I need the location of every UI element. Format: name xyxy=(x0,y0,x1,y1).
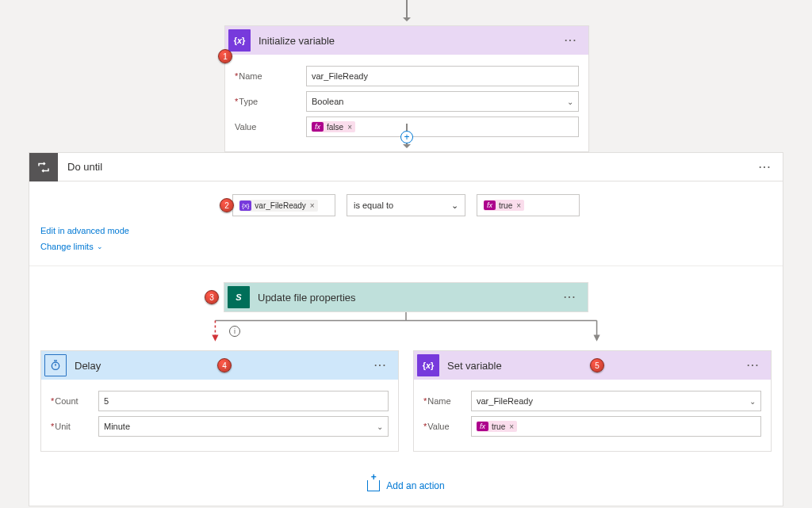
condition-operator[interactable]: is equal to⌄ xyxy=(347,194,465,216)
name-select[interactable]: var_FileReady⌄ xyxy=(471,391,761,411)
svg-marker-3 xyxy=(593,335,599,342)
badge-4: 4 xyxy=(217,358,232,372)
value-label: Value xyxy=(235,122,306,132)
delay-card: Delay 4 ··· *Count 5 *Unit Minute⌄ xyxy=(40,350,399,452)
more-menu[interactable]: ··· xyxy=(742,357,764,374)
change-limits-link[interactable]: Change limits⌄ xyxy=(40,242,103,251)
condition-row: 2 {x} var_FileReady × is equal to⌄ fx tr… xyxy=(29,194,783,216)
more-menu[interactable]: ··· xyxy=(560,32,582,49)
card-title: Delay xyxy=(75,360,213,372)
chevron-down-icon: ⌄ xyxy=(97,243,103,250)
sharepoint-icon: S xyxy=(228,286,250,308)
set-variable-header[interactable]: {x} Set variable 5 ··· xyxy=(414,351,771,380)
badge-5: 5 xyxy=(590,358,604,372)
badge-2: 2 xyxy=(220,198,234,212)
set-variable-card: {x} Set variable 5 ··· *Name var_FileRea… xyxy=(413,350,772,452)
card-title: Initialize variable xyxy=(259,35,560,47)
initialize-variable-header[interactable]: {x} Initialize variable ··· xyxy=(225,26,588,55)
count-input[interactable]: 5 xyxy=(98,391,389,411)
more-menu[interactable]: ··· xyxy=(370,357,392,374)
variable-token[interactable]: {x} var_FileReady × xyxy=(239,200,318,212)
variable-icon: {x} xyxy=(417,354,439,376)
timer-icon xyxy=(44,354,67,376)
count-label: *Count xyxy=(51,396,98,406)
badge-3: 3 xyxy=(205,290,219,304)
unit-select[interactable]: Minute⌄ xyxy=(98,416,389,437)
update-file-card: 3 S Update file properties ··· xyxy=(224,282,588,312)
add-action-button[interactable]: Add an action xyxy=(40,480,772,491)
name-label: *Name xyxy=(423,396,471,406)
condition-left[interactable]: {x} var_FileReady × xyxy=(232,194,335,216)
unit-label: *Unit xyxy=(51,422,98,431)
expression-token[interactable]: fx true × xyxy=(477,421,517,432)
svg-point-6 xyxy=(52,362,59,369)
card-title: Update file properties xyxy=(258,292,559,304)
info-icon[interactable]: i xyxy=(229,326,240,337)
variable-icon: {x} xyxy=(239,201,251,211)
remove-token[interactable]: × xyxy=(509,422,514,431)
svg-marker-5 xyxy=(212,335,218,342)
delay-header[interactable]: Delay 4 ··· xyxy=(41,351,398,380)
do-until-container: Do until ··· 2 {x} var_FileReady × is eq… xyxy=(29,152,783,506)
fx-icon: fx xyxy=(477,422,488,431)
update-file-header[interactable]: S Update file properties ··· xyxy=(224,283,588,311)
card-title: Set variable xyxy=(447,360,585,372)
more-menu[interactable]: ··· xyxy=(559,288,581,306)
remove-token[interactable]: × xyxy=(310,201,315,210)
loop-icon xyxy=(29,153,58,181)
expression-token[interactable]: fx false × xyxy=(312,121,355,132)
expression-token[interactable]: fx true × xyxy=(484,200,524,211)
condition-right[interactable]: fx true × xyxy=(477,194,580,216)
remove-token[interactable]: × xyxy=(516,201,521,210)
value-input[interactable]: fx true × xyxy=(471,416,761,437)
do-until-title: Do until xyxy=(67,161,754,173)
add-step-button[interactable]: + xyxy=(400,131,413,143)
badge-1: 1 xyxy=(218,49,232,63)
type-label: *Type xyxy=(235,97,306,106)
value-input[interactable]: fx false × xyxy=(306,116,579,137)
fx-icon: fx xyxy=(484,201,496,210)
more-menu[interactable]: ··· xyxy=(754,159,776,176)
name-label: *Name xyxy=(235,71,306,81)
fx-icon: fx xyxy=(312,122,324,132)
value-label: *Value xyxy=(423,422,471,431)
type-select[interactable]: Boolean⌄ xyxy=(306,91,579,112)
remove-token[interactable]: × xyxy=(347,123,352,132)
do-until-header[interactable]: Do until ··· xyxy=(29,153,783,181)
variable-icon: {x} xyxy=(228,29,251,52)
edit-advanced-link[interactable]: Edit in advanced mode xyxy=(40,226,129,235)
name-input[interactable]: var_FileReady xyxy=(306,66,579,86)
add-action-icon xyxy=(367,480,380,491)
